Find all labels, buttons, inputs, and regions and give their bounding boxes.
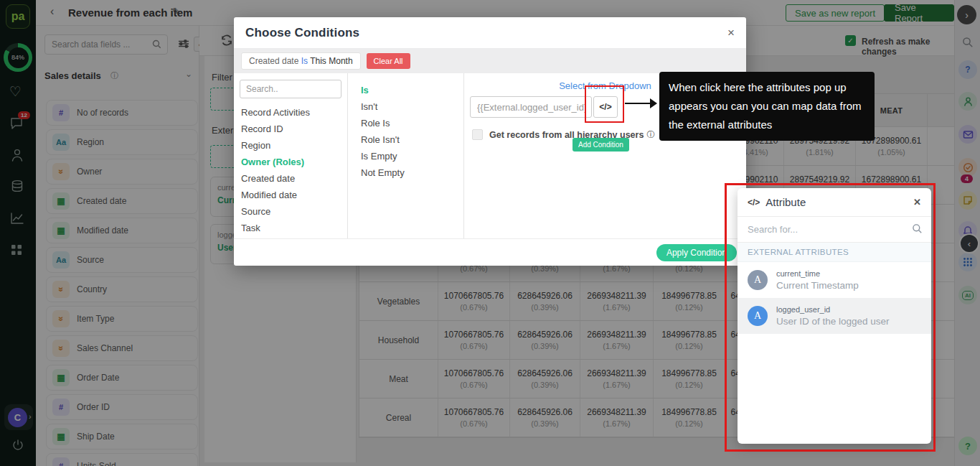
attribute-meta: current_time Current Timestamp [776, 269, 859, 291]
operators-column: IsIsn'tRole IsRole Isn'tIs EmptyNot Empt… [348, 73, 464, 238]
attribute-search-row [738, 217, 931, 243]
operator-option[interactable]: Is [359, 83, 452, 99]
attribute-search-input[interactable] [738, 217, 931, 242]
attribute-popup-header: </> Attribute ✕ [738, 188, 931, 217]
condition-field-option[interactable]: Modified date [240, 187, 341, 204]
attribute-meta: logged_user_id User ID of the logged use… [776, 305, 890, 327]
annotation-highlight-code-button [585, 85, 624, 123]
close-icon[interactable]: × [727, 26, 735, 40]
condition-value-input[interactable] [470, 96, 592, 118]
attribute-name: logged_user_id [776, 305, 890, 314]
operator-option[interactable]: Is Empty [359, 149, 452, 165]
condition-field-option[interactable]: Owner (Roles) [240, 154, 341, 171]
clear-all-button[interactable]: Clear All [367, 53, 410, 69]
chip-operator: Is [301, 56, 308, 66]
choose-conditions-modal: Choose Conditions × Created date Is This… [234, 17, 746, 266]
attribute-popup-title: Attribute [765, 196, 806, 208]
search-icon [912, 223, 923, 237]
attribute-desc: Current Timestamp [776, 280, 859, 291]
attribute-avatar: A [748, 306, 768, 326]
operator-list: IsIsn'tRole IsRole Isn'tIs EmptyNot Empt… [359, 83, 452, 182]
info-icon: ⓘ [646, 129, 654, 140]
annotation-arrow-head [650, 98, 657, 108]
attribute-list: A current_time Current Timestamp A logge… [738, 262, 931, 334]
modal-title: Choose Conditions [245, 26, 359, 40]
chip-value: This Month [310, 56, 352, 66]
operator-option[interactable]: Not Empty [359, 165, 452, 182]
condition-field-option[interactable]: Task [240, 220, 341, 237]
condition-fields-column: Record ActivitiesRecord IDRegionOwner (R… [234, 73, 348, 238]
hierarchy-checkbox[interactable] [472, 129, 483, 140]
app-window: pa 84% ♡ 12 C › ‹ Revenue from each item [0, 0, 980, 466]
add-condition-button[interactable]: Add Condition [573, 138, 629, 152]
annotation-tooltip: When click here the attributes pop up ap… [659, 72, 875, 141]
attribute-popup: </> Attribute ✕ EXTERNAL ATTRIBUTES A cu… [738, 188, 931, 444]
condition-field-option[interactable]: Created date [240, 171, 341, 187]
operator-option[interactable]: Role Isn't [359, 132, 452, 149]
modal-header: Choose Conditions × [234, 17, 746, 49]
condition-field-option[interactable]: Record ID [240, 121, 341, 138]
close-icon[interactable]: ✕ [913, 197, 921, 208]
attribute-name: current_time [776, 269, 859, 278]
attribute-item[interactable]: A logged_user_id User ID of the logged u… [738, 298, 931, 334]
condition-field-option[interactable]: Source [240, 204, 341, 220]
modal-footer: Apply Condition [234, 238, 746, 266]
condition-field-option[interactable]: Region [240, 138, 341, 154]
attribute-desc: User ID of the logged user [776, 316, 890, 327]
annotation-arrow [625, 103, 652, 104]
condition-field-list: Record ActivitiesRecord IDRegionOwner (R… [240, 105, 341, 237]
attribute-item[interactable]: A current_time Current Timestamp [738, 262, 931, 298]
condition-chip-bar: Created date Is This Month Clear All [234, 49, 746, 73]
condition-search-input[interactable] [240, 80, 341, 98]
chip-field: Created date [249, 56, 298, 66]
condition-field-option[interactable]: Record Activities [240, 105, 341, 121]
attribute-avatar: A [748, 270, 768, 290]
code-icon: </> [748, 197, 760, 208]
external-attributes-section-title: EXTERNAL ATTRIBUTES [738, 243, 931, 262]
operator-option[interactable]: Isn't [359, 99, 452, 116]
operator-option[interactable]: Role Is [359, 116, 452, 132]
condition-chip[interactable]: Created date Is This Month [241, 52, 361, 70]
